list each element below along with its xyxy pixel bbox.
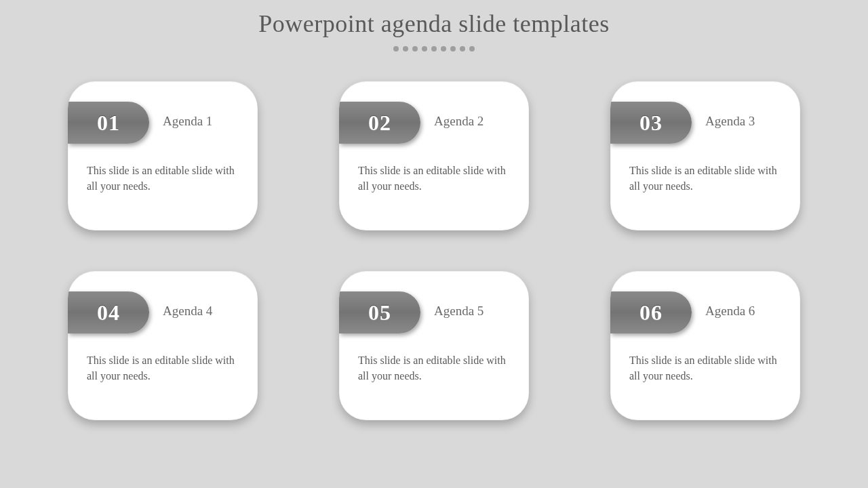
- card-label: Agenda 5: [434, 304, 484, 319]
- card-label: Agenda 4: [163, 304, 212, 319]
- card-label: Agenda 1: [163, 114, 212, 129]
- dot-icon: [469, 46, 475, 52]
- number-tab: 04: [68, 291, 149, 333]
- dot-icon: [422, 46, 427, 52]
- card-description: This slide is an editable slide with all…: [358, 352, 510, 384]
- number-tab: 06: [610, 291, 692, 333]
- card-number: 01: [97, 110, 120, 136]
- agenda-grid: 01 Agenda 1 This slide is an editable sl…: [0, 81, 868, 420]
- dot-icon: [403, 46, 408, 52]
- card-description: This slide is an editable slide with all…: [629, 352, 781, 384]
- agenda-card: 03 Agenda 3 This slide is an editable sl…: [610, 81, 800, 230]
- dot-icon: [393, 46, 399, 52]
- card-number: 02: [368, 110, 391, 136]
- slide-title: Powerpoint agenda slide templates: [0, 0, 868, 38]
- number-tab: 05: [339, 291, 420, 333]
- card-description: This slide is an editable slide with all…: [629, 163, 781, 194]
- dot-icon: [412, 46, 418, 52]
- card-number: 06: [639, 300, 663, 325]
- card-number: 04: [97, 300, 120, 325]
- dot-icon: [441, 46, 446, 52]
- decorative-dots: [0, 42, 868, 54]
- number-tab: 03: [610, 102, 692, 144]
- dot-icon: [450, 46, 456, 52]
- agenda-card: 04 Agenda 4 This slide is an editable sl…: [68, 271, 258, 420]
- agenda-card: 06 Agenda 6 This slide is an editable sl…: [610, 271, 800, 420]
- card-label: Agenda 3: [705, 114, 755, 129]
- card-number: 03: [639, 110, 663, 136]
- card-label: Agenda 2: [434, 114, 484, 129]
- agenda-card: 01 Agenda 1 This slide is an editable sl…: [68, 81, 258, 230]
- card-description: This slide is an editable slide with all…: [358, 163, 510, 194]
- card-label: Agenda 6: [705, 304, 755, 319]
- card-number: 05: [368, 300, 391, 325]
- number-tab: 02: [339, 102, 420, 144]
- card-description: This slide is an editable slide with all…: [87, 352, 239, 384]
- agenda-card: 02 Agenda 2 This slide is an editable sl…: [339, 81, 529, 230]
- dot-icon: [431, 46, 437, 52]
- number-tab: 01: [68, 102, 149, 144]
- card-description: This slide is an editable slide with all…: [87, 163, 239, 194]
- dot-icon: [460, 46, 465, 52]
- agenda-card: 05 Agenda 5 This slide is an editable sl…: [339, 271, 529, 420]
